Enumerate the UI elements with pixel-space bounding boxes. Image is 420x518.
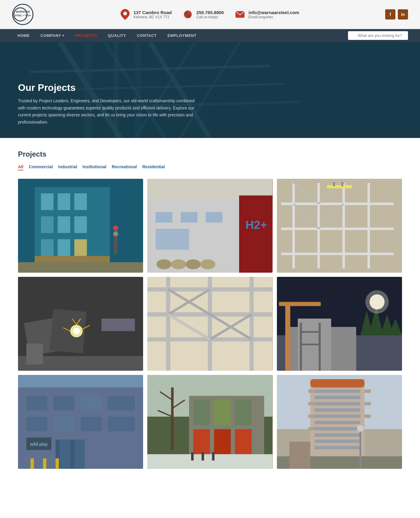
- svg-rect-28: [41, 239, 54, 256]
- svg-rect-101: [319, 323, 321, 371]
- project-card-1[interactable]: [18, 179, 143, 273]
- project-image-4: [18, 277, 143, 371]
- logo[interactable]: WARNAAR STEEL + TECH: [12, 4, 34, 25]
- project-image-2: H2+: [147, 179, 272, 273]
- nav-employment[interactable]: EMPLOYMENT: [162, 29, 202, 42]
- svg-rect-133: [193, 429, 210, 454]
- project-card-4[interactable]: [18, 277, 143, 371]
- project-card-5[interactable]: [147, 277, 272, 371]
- nav-company[interactable]: COMPANY ▾: [35, 29, 69, 42]
- address-line2: Kelowna, BC V1X 7T2: [134, 15, 172, 19]
- address-line1: 137 Cambro Road: [134, 10, 172, 15]
- svg-rect-25: [41, 216, 54, 233]
- project-card-9[interactable]: [277, 375, 402, 469]
- filter-commercial[interactable]: Commercial: [29, 164, 53, 170]
- projects-title: Projects: [18, 150, 402, 158]
- nav-home[interactable]: HOME: [12, 29, 35, 42]
- svg-rect-151: [314, 433, 360, 437]
- svg-rect-156: [308, 415, 314, 418]
- svg-point-67: [73, 328, 80, 334]
- search-input[interactable]: [348, 31, 408, 40]
- svg-rect-113: [81, 417, 102, 431]
- svg-rect-103: [300, 344, 321, 346]
- project-card-3[interactable]: [277, 179, 402, 273]
- svg-rect-162: [289, 442, 310, 469]
- top-header: WARNAAR STEEL + TECH 137 Cambro Road Kel…: [0, 0, 420, 29]
- svg-rect-149: [314, 421, 360, 424]
- svg-rect-32: [18, 262, 143, 273]
- hero-section: Our Projects Trusted by Project Leaders,…: [0, 42, 420, 138]
- svg-text:STEEL + TECH: STEEL + TECH: [15, 14, 31, 17]
- svg-rect-100: [300, 323, 302, 371]
- main-nav: HOME COMPANY ▾ PROJECTS QUALITY CONTACT …: [0, 29, 420, 42]
- svg-rect-38: [239, 196, 272, 273]
- facebook-button[interactable]: f: [385, 9, 395, 19]
- projects-section: Projects All Commercial Industrial Insti…: [0, 138, 420, 487]
- project-card-7[interactable]: wild play: [18, 375, 143, 469]
- svg-rect-137: [191, 452, 194, 460]
- svg-rect-30: [74, 239, 87, 256]
- filter-institutional[interactable]: Institutional: [82, 164, 106, 170]
- svg-rect-27: [74, 216, 87, 233]
- address-item: 137 Cambro Road Kelowna, BC V1X 7T2: [120, 9, 172, 20]
- filter-industrial[interactable]: Industrial: [58, 164, 77, 170]
- svg-rect-23: [58, 193, 70, 210]
- svg-rect-134: [214, 429, 231, 454]
- project-card-6[interactable]: [277, 277, 402, 371]
- filter-tabs: All Commercial Industrial Institutional …: [18, 164, 402, 170]
- svg-rect-159: [364, 402, 371, 405]
- svg-rect-22: [41, 193, 54, 210]
- svg-rect-112: [53, 417, 74, 431]
- svg-rect-74: [101, 319, 135, 331]
- svg-point-4: [123, 12, 127, 15]
- linkedin-button[interactable]: in: [398, 9, 408, 19]
- svg-text:wild play: wild play: [30, 442, 48, 447]
- svg-rect-61: [333, 182, 335, 186]
- svg-rect-150: [314, 427, 360, 430]
- svg-rect-147: [314, 408, 360, 412]
- svg-rect-148: [314, 415, 360, 418]
- svg-rect-158: [364, 390, 371, 393]
- svg-rect-144: [314, 390, 360, 393]
- svg-rect-114: [108, 417, 135, 431]
- svg-rect-122: [56, 458, 59, 469]
- project-card-8[interactable]: [147, 375, 272, 469]
- project-image-1: [18, 179, 143, 273]
- nav-projects[interactable]: PROJECTS: [69, 29, 102, 42]
- filter-residential[interactable]: Residential: [142, 164, 165, 170]
- svg-rect-120: [31, 458, 34, 469]
- svg-rect-138: [202, 452, 204, 460]
- project-image-8: [147, 375, 272, 469]
- logo-area: WARNAAR STEEL + TECH: [12, 4, 34, 25]
- project-card-2[interactable]: H2+: [147, 179, 272, 273]
- hero-title: Our Projects: [18, 82, 198, 93]
- email-item: info@warnaarsteel.com Email enquiries: [235, 9, 299, 20]
- nav-links: HOME COMPANY ▾ PROJECTS QUALITY CONTACT …: [12, 29, 348, 42]
- svg-rect-62: [341, 182, 343, 186]
- chevron-down-icon: ▾: [62, 34, 64, 37]
- social-icons: f in: [385, 9, 408, 19]
- svg-rect-160: [364, 415, 371, 418]
- project-image-3: [277, 179, 402, 273]
- filter-recreational[interactable]: Recreational: [112, 164, 137, 170]
- nav-contact[interactable]: CONTACT: [131, 29, 162, 42]
- svg-point-34: [113, 226, 118, 231]
- svg-rect-130: [193, 400, 210, 425]
- svg-rect-145: [314, 396, 360, 399]
- svg-rect-154: [308, 390, 314, 393]
- svg-rect-153: [314, 446, 360, 449]
- phone-number: 250.765.8800: [196, 10, 224, 15]
- svg-rect-146: [314, 402, 360, 405]
- svg-rect-60: [327, 185, 352, 188]
- svg-rect-107: [26, 396, 47, 411]
- project-image-9: [277, 375, 402, 469]
- project-image-7: wild play: [18, 375, 143, 469]
- email-address: info@warnaarsteel.com: [248, 10, 299, 15]
- svg-rect-131: [214, 400, 231, 425]
- svg-text:H2+: H2+: [245, 218, 267, 231]
- phone-label: Call us today!: [196, 15, 224, 19]
- nav-quality[interactable]: QUALITY: [103, 29, 132, 42]
- svg-rect-111: [26, 417, 47, 431]
- filter-all[interactable]: All: [18, 164, 23, 170]
- svg-point-42: [200, 259, 215, 269]
